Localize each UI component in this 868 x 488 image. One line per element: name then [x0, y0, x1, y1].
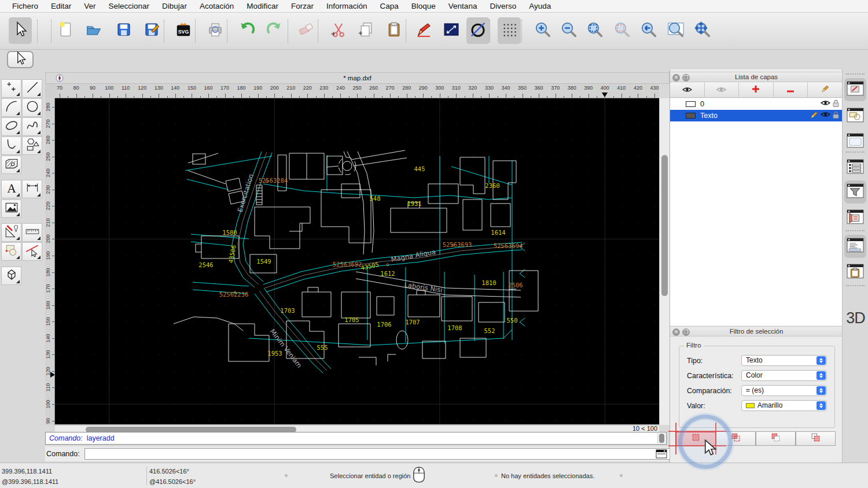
toggle-all-layers-button[interactable]	[670, 83, 705, 97]
circle-tool-button[interactable]	[22, 98, 42, 117]
layer-edit-icon[interactable]	[810, 111, 818, 121]
circle-tool-button[interactable]	[466, 17, 490, 44]
property-editor-window-toggle[interactable]	[844, 156, 866, 179]
box3d-tool-button[interactable]	[1, 267, 21, 285]
selection-tool-button[interactable]	[7, 51, 34, 68]
pan-button[interactable]	[691, 17, 714, 44]
cad-tool-button[interactable]	[1, 223, 21, 242]
menu-editar[interactable]: Editar	[45, 2, 78, 10]
polyline-tool-button[interactable]	[1, 136, 21, 155]
layer-list-window-toggle[interactable]	[844, 78, 866, 101]
zoom-selection-button[interactable]	[610, 17, 634, 44]
draw-pencil-button[interactable]	[413, 17, 436, 44]
filter-dropdown-comparacion[interactable]: = (es)	[741, 385, 827, 396]
layer-visibility-icon[interactable]	[821, 111, 830, 121]
spline-tool-button[interactable]	[22, 117, 42, 136]
filter-remove-from-selection-button[interactable]	[756, 431, 796, 446]
layer-row-texto[interactable]: Texto	[670, 110, 843, 121]
command-input[interactable]	[84, 448, 686, 460]
menu-dibujar[interactable]: Dibujar	[156, 2, 193, 10]
map-parcel-label: 1705	[344, 316, 359, 323]
zoom-out-button[interactable]	[557, 17, 580, 44]
zoom-previous-button[interactable]	[637, 17, 660, 44]
vertical-scroll-thumb[interactable]	[661, 155, 668, 296]
menu-bloque[interactable]: Bloque	[405, 2, 442, 10]
3d-mode-label: 3D	[843, 309, 868, 327]
close-icon[interactable]: ✕	[672, 74, 680, 82]
infoshapes-tool-button[interactable]	[1, 242, 21, 261]
menu-ventana[interactable]: Ventana	[442, 2, 484, 10]
menu-capa[interactable]: Capa	[374, 2, 405, 10]
filter-dropdown-valor[interactable]: Amarillo	[741, 400, 827, 411]
cut-button[interactable]	[327, 17, 350, 44]
layer-lock-icon[interactable]	[833, 111, 839, 121]
redo-button[interactable]	[263, 17, 286, 44]
selection-arrow-button[interactable]	[9, 17, 32, 44]
filter-value-valor: Amarillo	[757, 401, 782, 409]
menu-ayuda[interactable]: Ayuda	[523, 2, 557, 10]
h-ruler-label: 420	[629, 85, 646, 91]
svg-export-button[interactable]: SVG	[172, 17, 195, 44]
points-tool-button[interactable]	[1, 79, 21, 98]
modify-tool-button[interactable]	[22, 242, 42, 261]
shapes-tool-button[interactable]	[22, 136, 42, 155]
projection-window-toggle[interactable]	[844, 206, 866, 230]
measure-tool-button[interactable]	[22, 223, 42, 242]
detach-panel-icon[interactable]: ❐	[682, 74, 690, 82]
menu-ver[interactable]: Ver	[78, 2, 102, 10]
image-tool-button[interactable]	[1, 199, 21, 218]
layer-visibility-icon[interactable]	[821, 99, 830, 109]
menu-fichero[interactable]: Fichero	[6, 2, 45, 10]
clipboard-window-toggle[interactable]	[844, 261, 866, 284]
toggle-other-layers-button[interactable]	[705, 83, 740, 97]
save-as-button[interactable]	[140, 17, 163, 44]
canvas-vertical-scrollbar[interactable]	[659, 98, 670, 425]
add-layer-button[interactable]	[739, 83, 774, 97]
line-tool-button[interactable]	[22, 79, 42, 98]
print-preview-button[interactable]	[204, 17, 227, 44]
layer-lock-icon[interactable]	[833, 99, 839, 109]
save-button[interactable]	[112, 17, 135, 44]
new-file-button[interactable]	[54, 17, 78, 44]
ellipse-tool-button[interactable]	[1, 117, 21, 136]
layer-toolbar	[670, 83, 843, 98]
paste-button[interactable]	[382, 17, 406, 44]
layer-row-0[interactable]: 0	[670, 98, 843, 110]
filter-dropdown-caracteristica[interactable]: Color	[741, 370, 827, 381]
dimension-tool-button[interactable]	[22, 180, 42, 198]
block-list-window-toggle[interactable]	[844, 105, 866, 128]
delete-button[interactable]	[295, 17, 318, 44]
drawing-canvas[interactable]: 4452360548193116141580254615494350516121…	[55, 98, 659, 424]
library-browser-window-toggle[interactable]	[844, 130, 866, 153]
undo-button[interactable]	[236, 17, 259, 44]
menu-diverso[interactable]: Diverso	[483, 2, 523, 10]
text-tool-button[interactable]: A	[1, 180, 21, 198]
close-icon[interactable]: ✕	[672, 328, 680, 336]
line-tool-button[interactable]	[440, 17, 463, 44]
grid-toggle-button[interactable]	[498, 17, 521, 44]
menu-seleccionar[interactable]: Seleccionar	[102, 2, 156, 10]
command-history-scroll-thumb[interactable]	[659, 434, 664, 443]
filter-dropdown-tipo[interactable]: Texto	[741, 355, 827, 366]
arc-tool-button[interactable]	[1, 98, 21, 117]
command-widget-window-toggle[interactable]	[844, 235, 866, 258]
command-history: Comando: layeradd	[45, 432, 667, 445]
edit-layer-button[interactable]	[808, 83, 843, 97]
image-icon	[4, 200, 19, 217]
open-file-button[interactable]	[82, 17, 105, 44]
remove-layer-button[interactable]	[774, 83, 808, 97]
hatch-tool-button[interactable]	[1, 156, 21, 174]
zoom-auto-button[interactable]	[583, 17, 606, 44]
menu-informacion[interactable]: Información	[320, 2, 374, 10]
menu-forzar[interactable]: Forzar	[285, 2, 320, 10]
command-keyboard-toggle-button[interactable]	[655, 448, 668, 460]
zoom-in-button[interactable]	[531, 17, 554, 44]
menu-modificar[interactable]: Modificar	[240, 2, 285, 10]
copy-button[interactable]	[355, 17, 378, 44]
zoom-window-button[interactable]	[664, 17, 687, 44]
filter-intersect-selection-button[interactable]	[796, 431, 836, 446]
menu-acotacion[interactable]: Acotación	[193, 2, 240, 10]
command-history-scrollbar[interactable]	[657, 433, 665, 443]
detach-panel-icon[interactable]: ❐	[682, 328, 690, 336]
selection-filter-window-toggle[interactable]	[844, 180, 866, 204]
